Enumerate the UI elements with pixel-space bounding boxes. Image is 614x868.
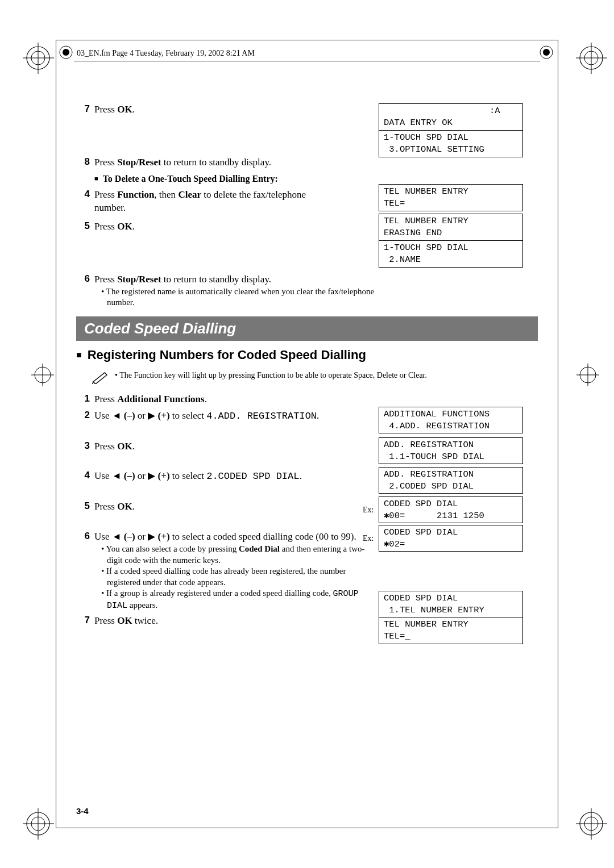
crosshair-left bbox=[31, 364, 54, 389]
registration-mark-bottom-right bbox=[576, 808, 607, 840]
text: or bbox=[135, 410, 148, 421]
step-number: 4 bbox=[76, 189, 90, 200]
text: The bbox=[119, 371, 134, 379]
lcd-display: ADDITIONAL FUNCTIONS 4.ADD. REGISTRATION bbox=[379, 407, 523, 434]
text: Press bbox=[94, 615, 117, 626]
step-number: 5 bbox=[76, 500, 90, 512]
note: • If a group is already registered under… bbox=[101, 588, 379, 611]
lcd-display: ADD. REGISTRATION 2.CODED SPD DIAL bbox=[379, 467, 523, 494]
left-arrow-icon: ◄ bbox=[112, 410, 122, 421]
tip-row: • The Function key will light up by pres… bbox=[92, 370, 538, 387]
bold-text: OK bbox=[117, 615, 132, 626]
bold-text: OK bbox=[117, 501, 132, 512]
text: . bbox=[132, 104, 135, 115]
text: Press bbox=[94, 441, 117, 452]
lcd-display: TEL NUMBER ENTRY TEL=_ bbox=[379, 617, 523, 644]
text: . bbox=[205, 394, 207, 404]
text: to select bbox=[170, 410, 207, 421]
text: Press bbox=[94, 157, 117, 168]
step-number: 8 bbox=[76, 156, 90, 168]
step-number: 6 bbox=[76, 531, 90, 542]
bold-text: OK bbox=[117, 221, 132, 232]
bold-text: (+) bbox=[155, 531, 169, 542]
bold-text: (–) bbox=[122, 470, 135, 481]
note: • You can also select a code by pressing… bbox=[101, 544, 379, 566]
registration-mark-bottom-left bbox=[23, 808, 54, 840]
lcd-group: :A DATA ENTRY OK 1-TOUCH SPD DIAL 3.OPTI… bbox=[379, 103, 538, 157]
bold-text: Clear bbox=[408, 371, 425, 379]
text: If a coded speed dialling code has alrea… bbox=[106, 566, 346, 587]
text: If a group is already registered under a… bbox=[106, 589, 333, 598]
lcd-display: ADD. REGISTRATION 1.1-TOUCH SPD DIAL bbox=[379, 437, 523, 465]
bold-text: Additional Functions bbox=[117, 394, 205, 404]
bold-text: Function bbox=[117, 189, 154, 200]
bold-text: (+) bbox=[155, 410, 169, 421]
text: appears. bbox=[127, 600, 157, 610]
text: or bbox=[135, 470, 148, 481]
text: Use bbox=[94, 531, 112, 542]
text: Press bbox=[94, 274, 117, 285]
text: Press bbox=[94, 189, 117, 200]
registration-mark-top-left bbox=[23, 43, 54, 74]
lcd-display: 1-TOUCH SPD DIAL 3.OPTIONAL SETTING bbox=[379, 131, 523, 157]
step-body: Press Stop/Reset to return to standby di… bbox=[94, 273, 390, 308]
step-number: 4 bbox=[76, 470, 90, 481]
tip-text: • The Function key will light up by pres… bbox=[115, 370, 427, 381]
lcd-group: TEL NUMBER ENTRY ERASING END 1-TOUCH SPD… bbox=[379, 214, 538, 268]
step-body: Press Function, then Clear to delete the… bbox=[94, 189, 339, 215]
bold-text: Stop/Reset bbox=[117, 157, 161, 168]
text: Press bbox=[94, 501, 117, 512]
bold-text: Function bbox=[257, 371, 285, 379]
bold-text: (–) bbox=[122, 531, 135, 542]
note: • If a coded speed dialling code has alr… bbox=[101, 566, 379, 588]
lcd-display: CODED SPD DIAL ✱00= 2131 1250 bbox=[379, 496, 523, 524]
note: • The registered name is automatically c… bbox=[101, 286, 390, 308]
bold-text: Clear bbox=[178, 189, 201, 200]
lcd-group: ADDITIONAL FUNCTIONS 4.ADD. REGISTRATION bbox=[379, 407, 538, 434]
subsection-heading: Registering Numbers for Coded Speed Dial… bbox=[76, 348, 538, 362]
text: , bbox=[373, 371, 377, 379]
text: key will light up by pressing bbox=[162, 371, 257, 379]
bold-text: Delete bbox=[377, 371, 398, 379]
lcd-display: 1-TOUCH SPD DIAL 2.NAME bbox=[379, 241, 523, 268]
bold-text: Space bbox=[354, 371, 372, 379]
right-arrow-icon: ▶ bbox=[148, 531, 155, 542]
step-number: 1 bbox=[76, 393, 90, 404]
right-arrow-icon: ▶ bbox=[148, 470, 155, 481]
crosshair-right bbox=[576, 364, 599, 389]
bold-text: Function bbox=[134, 371, 162, 379]
left-arrow-icon: ◄ bbox=[112, 531, 122, 542]
bold-text: OK bbox=[117, 441, 132, 452]
text: to be able to operate bbox=[285, 371, 354, 379]
page-header: 03_EN.fm Page 4 Tuesday, February 19, 20… bbox=[77, 49, 255, 58]
lcd-group: ADD. REGISTRATION 2.CODED SPD DIAL bbox=[379, 467, 538, 494]
step-number: 7 bbox=[76, 103, 90, 115]
text: to select bbox=[170, 470, 207, 481]
text: . bbox=[132, 221, 135, 232]
lcd-group: CODED SPD DIAL 1.TEL NUMBER ENTRY TEL NU… bbox=[379, 591, 538, 645]
lcd-group: Ex: CODED SPD DIAL ✱00= 2131 1250 bbox=[379, 496, 538, 524]
pencil-note-icon bbox=[92, 370, 115, 387]
step-number: 7 bbox=[76, 615, 90, 626]
text: to return to standby display. bbox=[161, 274, 271, 285]
lcd-group: Ex: CODED SPD DIAL ✱02= bbox=[379, 525, 538, 552]
page-content: 7 Press OK. :A DATA ENTRY OK 1-TOUCH SPD… bbox=[76, 103, 538, 631]
bold-text: OK bbox=[117, 104, 132, 115]
right-arrow-icon: ▶ bbox=[148, 410, 155, 421]
lcd-display: TEL NUMBER ENTRY TEL= bbox=[379, 184, 523, 211]
lcd-display: CODED SPD DIAL 1.TEL NUMBER ENTRY bbox=[379, 591, 523, 618]
example-label: Ex: bbox=[363, 506, 374, 515]
lcd-display: TEL NUMBER ENTRY ERASING END bbox=[379, 214, 523, 241]
text: twice. bbox=[132, 615, 158, 626]
left-arrow-icon: ◄ bbox=[112, 470, 122, 481]
mono-text: 2.CODED SPD DIAL bbox=[206, 471, 299, 482]
step-body: Press Additional Functions. bbox=[94, 393, 538, 406]
lcd-display: CODED SPD DIAL ✱02= bbox=[379, 525, 523, 552]
text: . bbox=[132, 441, 135, 452]
step-number: 3 bbox=[76, 440, 90, 452]
step-number: 2 bbox=[76, 410, 90, 421]
lcd-group: TEL NUMBER ENTRY TEL= bbox=[379, 184, 538, 211]
text: Press bbox=[94, 221, 117, 232]
text: Use bbox=[94, 410, 112, 421]
lcd-display: :A DATA ENTRY OK bbox=[379, 103, 523, 131]
